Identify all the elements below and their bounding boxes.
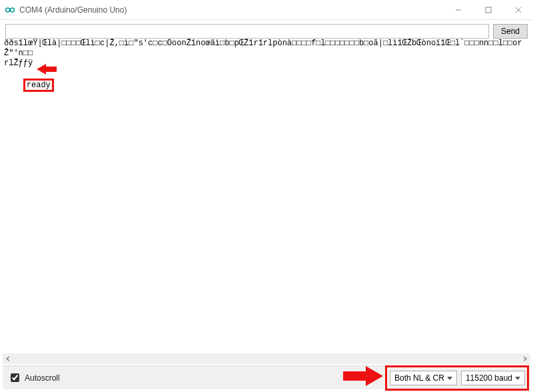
serial-input[interactable] bbox=[5, 24, 489, 39]
serial-output: ððs1lœŸ|Œlà|□□□□Œlì□c|Ž,□ì□"s'c□c□ÔoonŽ1… bbox=[3, 39, 530, 352]
output-line: ready bbox=[4, 69, 529, 102]
output-line: rlŽƒƒÿ bbox=[4, 59, 529, 69]
autoscroll-input[interactable] bbox=[11, 373, 19, 382]
autoscroll-checkbox[interactable]: Autoscroll bbox=[8, 371, 60, 384]
output-line: ððs1lœŸ|Œlà|□□□□Œlì□c|Ž,□ì□"s'c□c□ÔoonŽ1… bbox=[4, 39, 529, 59]
ready-highlight: ready bbox=[23, 79, 54, 92]
chevron-left-icon[interactable] bbox=[3, 353, 13, 364]
titlebar: COM4 (Arduino/Genuino Uno) bbox=[0, 0, 533, 20]
svg-point-1 bbox=[11, 8, 15, 12]
svg-point-0 bbox=[6, 8, 10, 12]
line-ending-value: Both NL & CR bbox=[394, 373, 444, 383]
arduino-logo-icon bbox=[5, 5, 15, 15]
window-title: COM4 (Arduino/Genuino Uno) bbox=[19, 5, 127, 15]
baud-rate-value: 115200 baud bbox=[466, 373, 512, 383]
window-controls bbox=[443, 0, 533, 19]
horizontal-scrollbar[interactable] bbox=[3, 353, 530, 364]
autoscroll-label: Autoscroll bbox=[25, 373, 60, 383]
minimize-button[interactable] bbox=[443, 0, 473, 19]
close-button[interactable] bbox=[503, 0, 533, 19]
line-ending-select[interactable]: Both NL & CR bbox=[390, 371, 457, 385]
svg-rect-3 bbox=[486, 7, 491, 13]
baud-rate-select[interactable]: 115200 baud bbox=[461, 371, 525, 385]
status-bar: Autoscroll Both NL & CR 115200 baud bbox=[3, 365, 530, 389]
send-button[interactable]: Send bbox=[493, 24, 528, 39]
chevron-right-icon[interactable] bbox=[520, 353, 530, 364]
maximize-button[interactable] bbox=[473, 0, 503, 19]
scroll-track[interactable] bbox=[13, 353, 520, 364]
